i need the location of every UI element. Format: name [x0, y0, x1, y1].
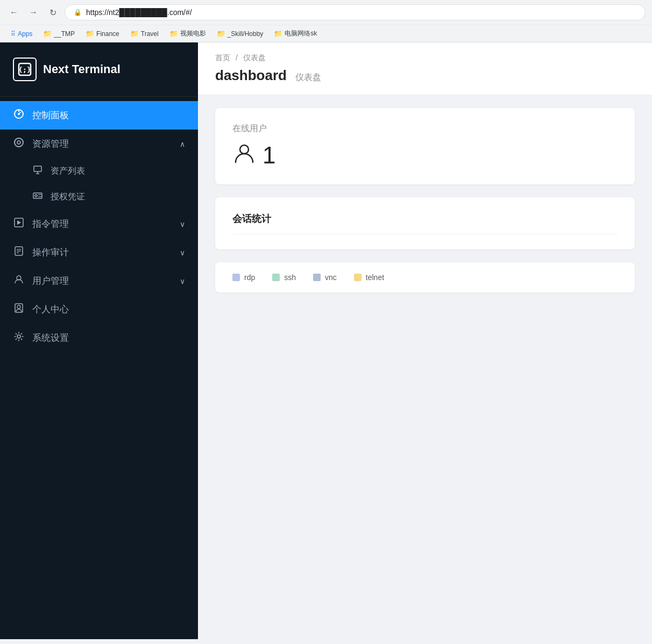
asset-list-label: 资产列表: [51, 166, 85, 177]
svg-point-12: [35, 195, 37, 197]
browser-nav: ← → ↻ 🔒 https://nt2█████████.com/#/: [0, 0, 652, 25]
bookmark-finance[interactable]: 📁 Finance: [81, 28, 124, 39]
telnet-label: telnet: [366, 273, 384, 282]
forward-button[interactable]: →: [26, 5, 41, 20]
svg-point-3: [18, 113, 20, 115]
dashboard-label: 控制面板: [32, 109, 185, 121]
svg-point-25: [240, 145, 249, 154]
sidebar-item-dashboard[interactable]: 控制面板: [0, 101, 198, 130]
command-arrow: ∨: [180, 220, 185, 228]
svg-line-5: [19, 112, 21, 113]
page-header: 首页 / 仪表盘 dashboard 仪表盘: [198, 42, 652, 95]
legend-ssh: ssh: [272, 273, 296, 282]
sidebar-item-credentials[interactable]: 授权凭证: [0, 184, 198, 210]
settings-label: 系统设置: [32, 332, 185, 344]
svg-point-7: [17, 141, 20, 144]
back-button[interactable]: ←: [6, 5, 22, 20]
online-users-card: 在线用户 1: [215, 108, 635, 184]
breadcrumb-home[interactable]: 首页: [215, 53, 230, 62]
user-mgmt-label: 用户管理: [32, 275, 172, 287]
folder-icon: 📁: [217, 30, 225, 38]
rdp-dot: [232, 274, 240, 281]
credential-icon: [32, 191, 43, 203]
sidebar-item-personal[interactable]: 个人中心: [0, 295, 198, 324]
sidebar-item-settings[interactable]: 系统设置: [0, 324, 198, 352]
online-users-count-row: 1: [232, 141, 618, 169]
page-title-zh: 仪表盘: [295, 72, 321, 83]
nav-section: 控制面板 资源管理 ∧: [0, 97, 198, 356]
resource-label: 资源管理: [32, 138, 172, 150]
folder-icon: 📁: [169, 30, 178, 38]
rdp-label: rdp: [244, 273, 255, 282]
user-count-icon: [232, 141, 256, 169]
ssh-label: ssh: [284, 273, 296, 282]
app-container: {;} Next Terminal 控制面板: [0, 42, 652, 639]
command-label: 指令管理: [32, 218, 172, 230]
url-text: https://nt2█████████.com/#/: [86, 8, 192, 17]
sidebar-logo: {;} Next Terminal: [0, 42, 198, 97]
audit-icon: [13, 246, 25, 259]
folder-icon: 📁: [130, 30, 139, 38]
audit-arrow: ∨: [180, 248, 185, 257]
bookmark-computer[interactable]: 📁 电脑网络sk: [270, 27, 321, 40]
legend-rdp: rdp: [232, 273, 255, 282]
legend-vnc: vnc: [313, 273, 337, 282]
resource-arrow: ∧: [180, 140, 185, 148]
bookmark-skill[interactable]: 📁 _Skill/Hobby: [212, 28, 268, 39]
bookmarks-bar: ⠿ Apps 📁 __TMP 📁 Finance 📁 Travel 📁 视频电影…: [0, 25, 652, 42]
lock-icon: 🔒: [74, 9, 82, 16]
telnet-dot: [354, 274, 362, 281]
svg-text:{;}: {;}: [18, 66, 31, 74]
content-area: 在线用户 1 会话统计: [198, 95, 652, 305]
svg-rect-8: [34, 166, 41, 171]
vnc-dot: [313, 274, 321, 281]
monitor-icon: [32, 165, 43, 177]
logo-icon: {;}: [13, 58, 37, 81]
page-title-row: dashboard 仪表盘: [215, 67, 635, 84]
folder-icon: 📁: [43, 30, 52, 38]
ssh-dot: [272, 274, 280, 281]
sidebar-item-command[interactable]: 指令管理 ∨: [0, 210, 198, 238]
legend-telnet: telnet: [354, 273, 384, 282]
breadcrumb-current: 仪表盘: [243, 53, 266, 62]
browser-chrome: ← → ↻ 🔒 https://nt2█████████.com/#/ ⠿ Ap…: [0, 0, 652, 42]
legend-area: rdp ssh vnc telnet: [215, 262, 635, 292]
vnc-label: vnc: [325, 273, 337, 282]
sidebar-item-user-mgmt[interactable]: 用户管理 ∨: [0, 267, 198, 295]
page-title-en: dashboard: [215, 67, 287, 84]
dashboard-icon: [13, 109, 25, 122]
bookmark-apps[interactable]: ⠿ Apps: [6, 28, 37, 39]
breadcrumb-separator: /: [236, 53, 238, 62]
online-users-label: 在线用户: [232, 123, 618, 134]
breadcrumb: 首页 / 仪表盘: [215, 53, 635, 63]
session-stats-card: 会话统计: [215, 197, 635, 249]
svg-point-23: [17, 305, 20, 309]
settings-icon: [13, 331, 25, 345]
personal-icon: [13, 303, 25, 316]
credentials-label: 授权凭证: [51, 191, 85, 203]
svg-point-6: [15, 138, 23, 147]
bookmark-travel[interactable]: 📁 Travel: [126, 28, 163, 39]
refresh-button[interactable]: ↻: [45, 5, 60, 20]
address-bar[interactable]: 🔒 https://nt2█████████.com/#/: [65, 4, 646, 20]
resource-icon: [13, 137, 25, 151]
svg-point-24: [17, 335, 20, 338]
user-mgmt-arrow: ∨: [180, 277, 185, 285]
sidebar-item-asset-list[interactable]: 资产列表: [0, 158, 198, 184]
audit-label: 操作审计: [32, 246, 172, 259]
bookmark-movies[interactable]: 📁 视频电影: [165, 27, 210, 40]
apps-grid-icon: ⠿: [11, 30, 16, 38]
bookmark-tmp[interactable]: 📁 __TMP: [39, 28, 79, 39]
sidebar-item-audit[interactable]: 操作审计 ∨: [0, 238, 198, 267]
online-count-number: 1: [263, 142, 275, 169]
command-icon: [13, 217, 25, 231]
user-mgmt-icon: [13, 274, 25, 288]
main-content: 首页 / 仪表盘 dashboard 仪表盘 在线用户: [198, 42, 652, 639]
personal-label: 个人中心: [32, 303, 185, 316]
logo-text: Next Terminal: [43, 62, 121, 76]
sidebar: {;} Next Terminal 控制面板: [0, 42, 198, 639]
folder-icon: 📁: [86, 30, 94, 38]
session-stats-title: 会话统计: [232, 212, 618, 234]
sidebar-item-resource[interactable]: 资源管理 ∧: [0, 130, 198, 158]
svg-marker-16: [17, 220, 21, 225]
